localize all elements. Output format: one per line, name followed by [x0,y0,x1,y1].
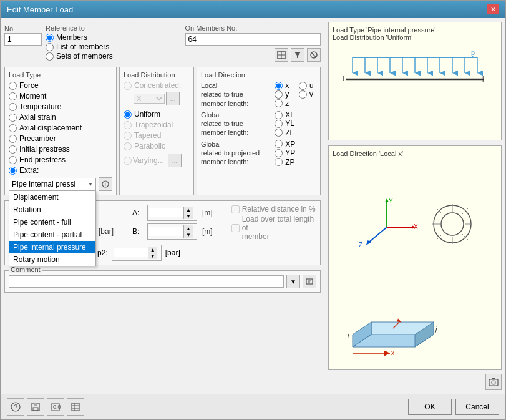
radio-dir-zp[interactable] [275,158,283,166]
svg-text:i: i [348,331,349,339]
bottom-icons: ? 0.0 [7,398,84,416]
b-down-arrow[interactable]: ▼ [184,232,193,238]
member-filter-btn[interactable] [291,48,304,62]
svg-text:X: X [414,223,418,230]
edit-member-load-dialog: Edit Member Load ✕ No. Reference to Memb… [0,0,506,420]
dir-zp-label: ZP [285,158,294,167]
radio-sets-members[interactable] [46,52,54,61]
radio-members[interactable] [46,34,54,42]
preview-top-box: Load Type 'Pipe internal pressure' Load … [328,22,502,140]
radio-dir-y[interactable] [275,90,283,99]
radio-dir-yl[interactable] [275,120,283,128]
on-members-label: On Members No. [185,24,321,32]
p2-unit: [bar] [99,227,114,236]
dir-z-label: z [285,99,289,108]
dropdown-item-rotary-motion[interactable]: Rotary motion [9,253,95,266]
dir-v-label: v [309,90,313,99]
ldist-uniform-label: Uniform [134,110,160,119]
radio-precamber[interactable] [9,135,17,143]
dropdown-arrow-icon: ▼ [88,182,93,187]
dir-x-label: x [285,81,289,90]
radio-axial-strain[interactable] [9,114,17,122]
preview-line2: Load Distribution 'Uniform' [333,34,497,41]
radio-dir-u[interactable] [299,82,307,90]
a-down-arrow[interactable]: ▼ [184,213,193,219]
svg-line-32 [368,227,387,243]
svg-marker-3 [294,52,301,58]
svg-text:Z: Z [359,242,362,248]
comment-library-btn[interactable] [303,275,316,288]
a-input[interactable] [149,208,183,217]
extra-dropdown-display[interactable]: Pipe internal pressi ▼ [9,178,96,190]
save-btn[interactable] [27,398,44,416]
p2b-up-arrow[interactable]: ▲ [148,247,157,253]
beam-diagram-svg: p i j [340,45,490,107]
b-input[interactable] [149,227,183,236]
close-button[interactable]: ✕ [487,4,499,14]
radio-extra[interactable] [9,167,17,175]
cancel-button[interactable]: Cancel [455,399,499,415]
concentrated-info-btn: ... [166,92,180,105]
load-total-check [231,224,240,232]
comment-input[interactable] [9,275,284,288]
title-bar: Edit Member Load ✕ [1,1,505,18]
dropdown-item-displacement[interactable]: Displacement [9,191,95,203]
ltype-moment-label: Moment [19,92,46,100]
a-up-arrow[interactable]: ▲ [184,207,193,213]
radio-axial-displacement[interactable] [9,124,17,132]
radio-dir-v[interactable] [299,90,307,99]
radio-dir-x[interactable] [275,82,283,90]
radio-moment[interactable] [9,92,17,100]
radio-dir-xp[interactable] [275,140,283,148]
action-buttons: OK Cancel [408,399,499,415]
dropdown-item-rotation[interactable]: Rotation [9,203,95,216]
radio-varying [124,157,132,165]
beam-3d-diagram-svg: i j [334,291,496,366]
comment-dropdown-btn[interactable]: ▼ [286,275,300,288]
dropdown-item-pipe-full[interactable]: Pipe content - full [9,216,95,228]
p2b-down-arrow[interactable]: ▼ [148,253,157,259]
b-spinbox: ▲ ▼ [147,223,197,240]
dropdown-item-pipe-partial[interactable]: Pipe content - partial [9,228,95,241]
radio-dir-z[interactable] [275,99,283,107]
radio-initial-prestress[interactable] [9,145,17,154]
on-members-input[interactable] [185,33,321,46]
svg-text:0.0: 0.0 [53,404,61,410]
member-clear-btn[interactable] [307,48,321,62]
svg-text:?: ? [14,404,18,411]
radio-list-members-label: List of members [56,42,109,51]
ltype-end-prestress-label: End prestress [19,155,66,164]
radio-dir-zl[interactable] [275,129,283,137]
no-input[interactable] [4,33,42,46]
p2-bottom-input[interactable] [114,248,148,257]
ltype-force-label: Force [19,81,39,90]
ltype-axial-displacement-label: Axial displacement [19,124,82,132]
ltype-axial-strain-label: Axial strain [19,113,56,122]
screenshot-btn[interactable] [485,374,502,390]
dropdown-item-pipe-internal[interactable]: Pipe internal pressure [9,241,95,253]
radio-force[interactable] [9,82,17,90]
radio-temperature[interactable] [9,103,17,111]
table-btn[interactable] [67,398,84,416]
ok-button[interactable]: OK [408,399,452,415]
svg-text:Y: Y [389,198,393,205]
preview-line1: Load Type 'Pipe internal pressure' [333,26,497,34]
member-select-btn[interactable] [275,48,288,62]
radio-end-prestress[interactable] [9,156,17,164]
radio-list-members[interactable] [46,43,54,51]
load-dir-title: Load Direction [201,71,316,79]
b-up-arrow[interactable]: ▲ [184,225,193,232]
radio-dir-xl[interactable] [275,111,283,119]
p2-bottom-label: p2: [97,248,108,257]
dir-preview-box: Load Direction 'Local x' [328,145,502,370]
extra-info-btn[interactable]: i [99,177,112,191]
calc-btn[interactable]: 0.0 [47,398,64,416]
radio-uniform[interactable] [124,110,132,119]
svg-line-5 [312,53,316,57]
help-btn[interactable]: ? [7,398,24,416]
radio-members-label: Members [56,33,87,42]
ltype-extra-label: Extra: [19,166,39,175]
radio-dir-yp[interactable] [275,149,283,157]
radio-concentrated [124,82,132,90]
local-label: Localrelated to truemember length: [201,81,271,108]
